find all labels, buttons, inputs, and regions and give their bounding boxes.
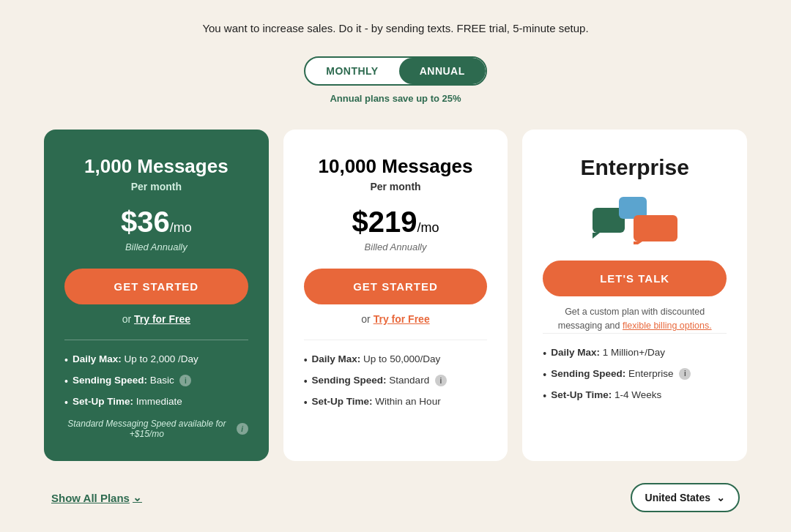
enterprise-divider xyxy=(543,333,727,334)
info-icon-note: i xyxy=(237,423,248,435)
info-icon-growth-speed: i xyxy=(435,375,447,386)
growth-feature-2: • Sending Speed: Standard i xyxy=(304,375,488,387)
enterprise-feature-3: • Set-Up Time: 1-4 Weeks xyxy=(543,389,727,402)
growth-cta-button[interactable]: GET STARTED xyxy=(304,269,488,304)
starter-try-free-link[interactable]: Try for Free xyxy=(134,313,190,325)
chevron-down-icon: ⌄ xyxy=(133,491,142,504)
enterprise-feature-2: • Sending Speed: Enterprise i xyxy=(543,368,727,381)
enterprise-title: Enterprise xyxy=(543,155,727,180)
info-icon-enterprise-speed: i xyxy=(679,368,691,380)
plan-card-growth: 10,000 Messages Per month $219/mo Billed… xyxy=(283,130,508,461)
growth-try-free: or Try for Free xyxy=(304,313,488,325)
starter-feature-3: • Set-Up Time: Immediate xyxy=(64,396,248,408)
billing-toggle: MONTHLY ANNUAL xyxy=(304,56,487,86)
tagline: You want to increase sales. Do it - by s… xyxy=(202,22,588,34)
growth-title: 10,000 Messages xyxy=(304,155,488,178)
growth-feature-3: • Set-Up Time: Within an Hour xyxy=(304,396,488,408)
country-label: United States xyxy=(645,492,710,503)
enterprise-feature-1: • Daily Max: 1 Million+/Day xyxy=(543,347,727,359)
svg-marker-5 xyxy=(634,241,642,244)
growth-feature-1: • Daily Max: Up to 50,000/Day xyxy=(304,353,488,366)
starter-title: 1,000 Messages xyxy=(64,155,248,178)
chevron-down-icon-country: ⌄ xyxy=(716,492,725,503)
starter-divider xyxy=(64,340,248,340)
starter-cta-button[interactable]: GET STARTED xyxy=(64,269,248,304)
monthly-toggle[interactable]: MONTHLY xyxy=(305,58,398,84)
growth-billed: Billed Annually xyxy=(304,241,488,252)
enterprise-features: • Daily Max: 1 Million+/Day • Sending Sp… xyxy=(543,347,727,402)
svg-rect-4 xyxy=(634,215,677,241)
growth-price-suffix: /mo xyxy=(417,220,439,235)
country-selector[interactable]: United States ⌄ xyxy=(631,483,740,512)
plans-container: 1,000 Messages Per month $36/mo Billed A… xyxy=(44,130,747,461)
enterprise-icons xyxy=(543,193,727,244)
show-all-plans-button[interactable]: Show All Plans ⌄ xyxy=(51,491,142,504)
growth-price: $219 xyxy=(352,206,417,238)
enterprise-flexible-link[interactable]: flexible billing options. xyxy=(623,321,712,331)
starter-per-month: Per month xyxy=(64,181,248,192)
starter-features: • Daily Max: Up to 2,000 /Day • Sending … xyxy=(64,353,248,408)
growth-divider xyxy=(304,340,488,340)
starter-billed: Billed Annually xyxy=(64,241,248,252)
growth-features: • Daily Max: Up to 50,000/Day • Sending … xyxy=(304,353,488,408)
svg-marker-1 xyxy=(593,233,600,239)
enterprise-description: Get a custom plan with discounted messag… xyxy=(543,305,727,333)
annual-savings-text: Annual plans save up to 25% xyxy=(330,93,461,104)
plan-card-enterprise: Enterprise LET'S TALK Get a custom plan … xyxy=(522,130,747,461)
annual-toggle[interactable]: ANNUAL xyxy=(399,58,486,84)
plan-card-starter: 1,000 Messages Per month $36/mo Billed A… xyxy=(44,130,269,461)
enterprise-cta-button[interactable]: LET'S TALK xyxy=(543,261,727,296)
bottom-bar: Show All Plans ⌄ United States ⌄ xyxy=(44,483,747,512)
starter-try-free: or Try for Free xyxy=(64,313,248,325)
growth-try-free-link[interactable]: Try for Free xyxy=(374,313,430,325)
starter-note: Standard Messaging Speed available for +… xyxy=(64,419,248,439)
starter-feature-1: • Daily Max: Up to 2,000 /Day xyxy=(64,353,248,366)
starter-price-suffix: /mo xyxy=(170,220,192,235)
starter-price: $36 xyxy=(121,206,170,238)
info-icon-speed: i xyxy=(179,375,191,386)
enterprise-chat-bubbles xyxy=(591,193,679,244)
starter-feature-2: • Sending Speed: Basic i xyxy=(64,375,248,387)
growth-per-month: Per month xyxy=(304,181,488,192)
